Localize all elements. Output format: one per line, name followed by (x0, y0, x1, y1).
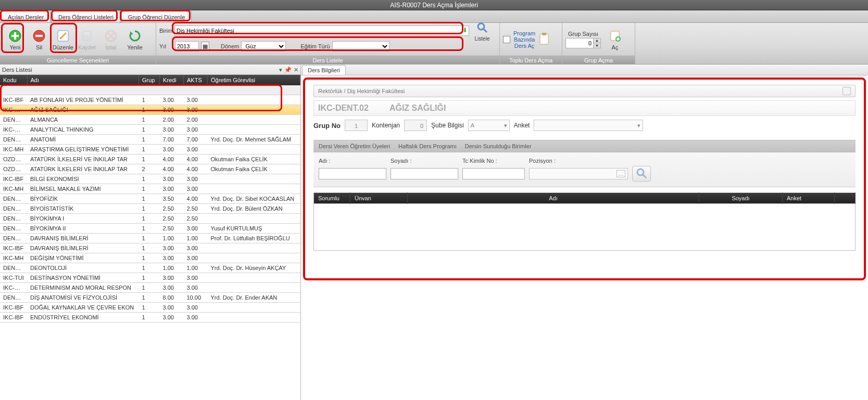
close-icon[interactable]: ✕ (294, 64, 298, 65)
grup-sayisi-label: Grup Sayısı (565, 31, 601, 37)
duzenle-button[interactable]: Düzenle (52, 25, 74, 54)
pin-icon[interactable]: 📌 (284, 64, 292, 65)
program-bazinda-link[interactable]: Program Bazında Ders Aç (513, 30, 535, 49)
search-icon (475, 20, 489, 35)
save-icon (80, 29, 94, 43)
svg-rect-4 (35, 35, 43, 37)
left-pane-title: Ders Listesi (2, 64, 32, 65)
spinner-icon[interactable]: ▲ ▼ (594, 38, 601, 48)
refresh-icon (128, 29, 142, 43)
top-tabstrip: Açılan Dersler Ders Öğrenci Listeleri Gr… (0, 10, 868, 23)
yeni-button[interactable]: Yeni (4, 25, 27, 54)
yil-input[interactable] (175, 41, 199, 51)
svg-rect-2 (11, 35, 19, 37)
tab-ders-ogrenci-listeleri[interactable]: Ders Öğrenci Listeleri (52, 11, 120, 22)
minus-icon (32, 29, 46, 43)
calendar-icon[interactable]: ▦ (201, 42, 209, 51)
iptal-button: İptal (99, 25, 122, 54)
window-titlebar: AIS-R0007 Ders Açma İşlemleri (0, 0, 868, 10)
ac-button[interactable]: Aç (606, 27, 624, 53)
donem-label: Dönem (221, 43, 239, 49)
ribbon-group-label-4: Grup Açma (562, 56, 635, 64)
tab-grup-ogrenci-duzenle[interactable]: Grup Öğrenci Düzenle (121, 11, 192, 22)
ribbon-group-label-3: Toplu Ders Açma (500, 56, 562, 64)
kaydet-button: Kaydet (76, 25, 98, 54)
svg-line-12 (484, 29, 487, 32)
egitim-label: Eğitim Türü (300, 43, 330, 49)
listele-button[interactable]: Listele (472, 19, 493, 42)
svg-rect-14 (542, 33, 546, 35)
edit-icon (56, 29, 70, 43)
yil-label: Yıl (159, 43, 173, 49)
program-bazinda-checkbox[interactable] (503, 36, 510, 43)
dropdown-arrow-icon[interactable]: ⬇ (462, 27, 468, 34)
dropdown-icon[interactable]: ▾ (279, 64, 282, 65)
donem-select[interactable]: Güz (241, 41, 286, 51)
yenile-button[interactable]: Yenile (123, 25, 146, 54)
ribbon-group-label-1: Güncelleme Seçenekleri (0, 56, 156, 64)
svg-rect-18 (617, 38, 620, 40)
svg-rect-7 (84, 32, 90, 35)
cancel-icon (104, 29, 118, 43)
grup-sayisi-input[interactable] (565, 38, 594, 48)
plus-icon (8, 29, 22, 43)
svg-point-11 (478, 23, 484, 30)
ribbon-group-label-2: Ders Listele (156, 56, 499, 64)
egitim-select[interactable] (332, 41, 389, 51)
birim-label: Birim (159, 28, 172, 34)
sil-button[interactable]: Sil (28, 25, 51, 54)
ribbon: Yeni Sil Düzenle Kaydet (0, 23, 868, 64)
tab-acilan-dersler[interactable]: Açılan Dersler (1, 11, 51, 22)
clipboard-add-icon (608, 29, 622, 43)
clipboard-icon (538, 32, 550, 47)
birim-input[interactable] (174, 25, 469, 36)
